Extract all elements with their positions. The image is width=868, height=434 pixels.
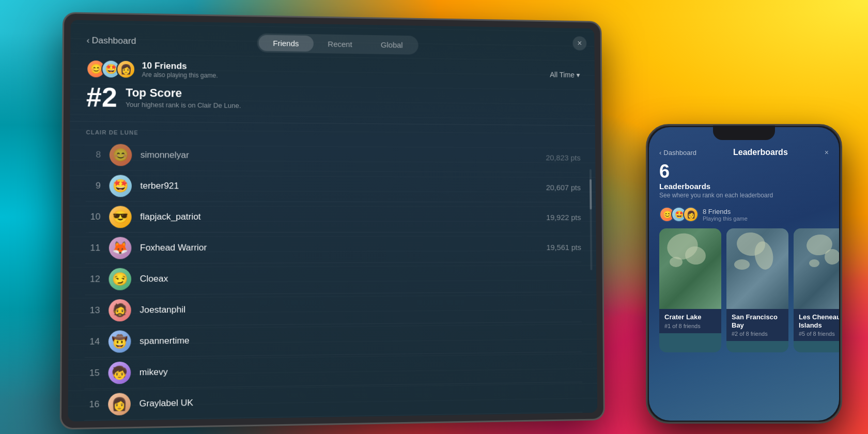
table-row: 12 😏 Cloeax	[85, 262, 582, 295]
rank-cell: 11	[85, 243, 100, 254]
card-name: Les Cheneaux Islands	[799, 313, 839, 329]
friends-info: 10 Friends Are also playing this game.	[142, 60, 544, 83]
tab-global[interactable]: Global	[366, 37, 417, 53]
card-info-lc: Les Cheneaux Islands #5 of 8 friends	[794, 309, 839, 341]
avatar-image: 👩	[108, 393, 131, 415]
card-map-lc	[794, 228, 839, 309]
leaderboard-card-sf[interactable]: San Francisco Bay #2 of 8 friends	[726, 228, 788, 352]
top-score-section: #2 Top Score Your highest rank is on Cla…	[70, 83, 595, 126]
score-cell: 20,823 pts	[546, 153, 580, 162]
phone-lb-info: 6 Leaderboards See where you rank on eac…	[649, 162, 839, 207]
avatar-image: 🧒	[108, 362, 131, 384]
section-label: CLAIR DE LUNE	[86, 129, 580, 139]
tab-group: Friends Recent Global	[257, 33, 419, 54]
card-map-sf	[726, 228, 788, 309]
avatar: 😏	[109, 268, 131, 290]
tab-friends[interactable]: Friends	[258, 35, 313, 51]
table-row: 16 👩 Graylabel UK	[84, 382, 582, 421]
username-cell: Graylabel UK	[139, 392, 574, 409]
avatar: 🤠	[109, 330, 131, 353]
username-cell: Cloeax	[140, 272, 574, 284]
phone-back-button[interactable]: ‹ Dashboard	[659, 149, 696, 157]
phone-lb-label: Leaderboards	[659, 182, 829, 191]
chevron-left-icon: ‹	[659, 149, 661, 157]
tablet-inner: × ‹ Dashboard Friends Recent Global 😊 🤩	[68, 20, 598, 422]
rank-cell: 15	[85, 368, 100, 379]
avatar: 🤩	[109, 175, 132, 197]
table-row: 13 🧔 Joestanphil	[85, 292, 582, 327]
avatar-image: 🦊	[109, 237, 132, 259]
phone-screen: ‹ Dashboard Leaderboards × 6 Leaderboard…	[649, 127, 839, 421]
card-info-sf: San Francisco Bay #2 of 8 friends	[726, 309, 788, 341]
phone-friends-avatars: 😊 🤩 👩	[659, 207, 699, 222]
friends-avatars: 😊 🤩 👩	[86, 59, 135, 79]
friend-avatar-3: 👩	[116, 60, 135, 79]
avatar: 😎	[109, 206, 132, 228]
card-rank: #1 of 8 friends	[664, 323, 716, 329]
rank-cell: 14	[85, 336, 100, 347]
avatar-image: 😎	[109, 206, 132, 228]
phone-friends-sub: Playing this game	[703, 215, 748, 222]
map-land-mass	[809, 259, 819, 267]
phone-cards-container: Crater Lake #1 of 8 friends San Francisc…	[649, 228, 839, 352]
map-land-mass	[734, 259, 750, 270]
tablet-device: × ‹ Dashboard Friends Recent Global 😊 🤩	[60, 12, 605, 429]
avatar-image: 🤩	[109, 175, 132, 197]
card-name: San Francisco Bay	[732, 313, 783, 329]
phone-title: Leaderboards	[733, 148, 788, 157]
leaderboard-card-crater[interactable]: Crater Lake #1 of 8 friends	[659, 228, 721, 352]
tablet-back-button[interactable]: ‹ Dashboard	[86, 35, 136, 47]
avatar: 🧔	[109, 299, 131, 321]
username-cell: terber921	[140, 181, 538, 192]
leaderboard-section: CLAIR DE LUNE 8 😊 simonnelyar 20,823 pts…	[68, 121, 598, 421]
map-land-mass	[670, 257, 683, 267]
phone-friends-row: 😊 🤩 👩 8 Friends Playing this game	[649, 207, 839, 228]
card-rank: #5 of 8 friends	[799, 331, 839, 337]
leaderboard-card-lc[interactable]: Les Cheneaux Islands #5 of 8 friends	[794, 228, 839, 352]
phone-device: ‹ Dashboard Leaderboards × 6 Leaderboard…	[646, 124, 842, 424]
username-cell: Foxhead Warrior	[140, 242, 538, 253]
scrollbar-thumb[interactable]	[590, 179, 592, 210]
alltime-label: All Time	[550, 71, 575, 79]
phone-back-label: Dashboard	[663, 149, 696, 157]
rank-row: #2 Top Score Your highest rank is on Cla…	[86, 84, 580, 115]
username-cell: mikevy	[140, 362, 575, 378]
score-cell: 19,922 pts	[546, 213, 581, 222]
avatar-image: 😏	[109, 268, 131, 290]
tab-recent[interactable]: Recent	[313, 36, 366, 52]
score-cell: 19,561 pts	[546, 243, 581, 252]
tablet-screen: × ‹ Dashboard Friends Recent Global 😊 🤩	[68, 20, 598, 422]
avatar: 😊	[110, 144, 132, 166]
rank-cell: 10	[85, 212, 100, 222]
rank-cell: 13	[85, 305, 100, 316]
card-rank: #2 of 8 friends	[732, 331, 783, 337]
tablet-back-label: Dashboard	[92, 35, 136, 46]
username-cell: spannertime	[140, 332, 574, 347]
alltime-button[interactable]: All Time ▾	[550, 71, 580, 79]
score-cell: 20,607 pts	[546, 183, 581, 192]
username-cell: flapjack_patriot	[140, 212, 538, 222]
username-cell: Joestanphil	[140, 302, 574, 315]
rank-number: #2	[86, 84, 117, 111]
rank-cell: 9	[86, 181, 101, 191]
rank-details: Top Score Your highest rank is on Clair …	[126, 84, 241, 110]
avatar-image: 🧔	[109, 299, 131, 321]
avatar: 🧒	[108, 362, 131, 384]
avatar: 🦊	[109, 237, 132, 259]
phone-friends-info: 8 Friends Playing this game	[703, 208, 748, 222]
table-row: 10 😎 flapjack_patriot 19,922 pts	[85, 202, 581, 233]
phone-close-button[interactable]: ×	[825, 148, 829, 157]
chevron-left-icon: ‹	[86, 35, 89, 45]
chevron-down-icon: ▾	[577, 71, 580, 79]
card-info-crater: Crater Lake #1 of 8 friends	[659, 309, 721, 333]
card-name: Crater Lake	[664, 313, 716, 321]
table-row: 14 🤠 spannertime	[85, 322, 582, 358]
avatar: 👩	[108, 393, 131, 415]
username-cell: simonnelyar	[141, 150, 538, 162]
avatar-image: 😊	[110, 144, 132, 166]
phone-friends-count: 8 Friends	[703, 208, 748, 215]
table-row: 11 🦊 Foxhead Warrior 19,561 pts	[85, 232, 581, 264]
table-row: 9 🤩 terber921 20,607 pts	[86, 171, 581, 203]
rank-cell: 8	[86, 149, 101, 160]
rank-title: Top Score	[126, 86, 241, 101]
